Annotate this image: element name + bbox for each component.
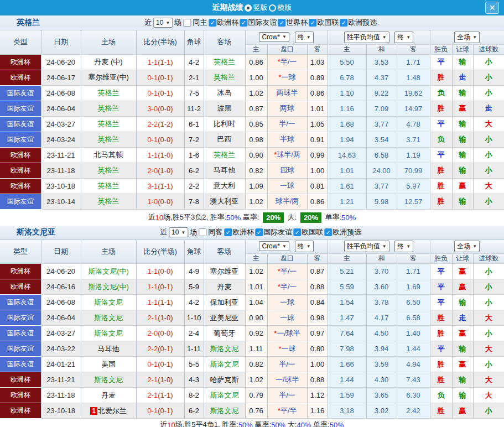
radio-selected-icon[interactable] <box>245 4 252 12</box>
summary-text: 近 <box>148 212 155 222</box>
match-row: 国际友谊23-10-14英格兰1-0(0-0)7-8澳大利亚1.02球半/两0.… <box>0 194 504 209</box>
match-row: 国际友谊24-06-08斯洛文尼1-1(1-1)4-2保加利亚1.04一球0.8… <box>0 295 504 310</box>
match-type-badge: 欧洲杯 <box>0 388 41 403</box>
checkbox-checked-icon[interactable]: ✓ <box>224 228 232 236</box>
home-odds-cell: 0.82 <box>245 357 267 372</box>
date-cell: 24-03-27 <box>41 326 81 341</box>
odds-provider-select[interactable]: Crow*▼ <box>259 32 289 42</box>
odds-time-select[interactable]: 终▼ <box>295 241 314 252</box>
goals-result-cell: 小 <box>473 132 504 147</box>
checkbox-checked-icon[interactable]: ✓ <box>309 19 316 27</box>
league-filter[interactable]: ✓欧洲预选 <box>340 18 377 28</box>
league-filter[interactable]: ✓欧洲预选 <box>324 227 361 237</box>
handicap-result-cell: 走 <box>452 70 473 85</box>
score-cell: 0-1(0-1) <box>136 85 184 101</box>
handicap-cell: *半/一 <box>267 54 307 70</box>
match-type-badge: 国际友谊 <box>0 194 41 209</box>
league-filter[interactable]: ✓欧国联 <box>293 227 323 237</box>
league-filter[interactable]: ✓世界杯 <box>278 18 308 28</box>
avg-type-select[interactable]: 胜平负均值▼ <box>344 241 389 252</box>
chevron-down-icon: ▼ <box>472 35 477 40</box>
home-team-name: 马耳他 <box>98 345 119 353</box>
fulltime-score: 1-1 <box>147 267 158 275</box>
avg-home-cell: 1.94 <box>328 132 366 147</box>
away-team-cell: 英格兰 <box>204 70 245 85</box>
checkbox-checked-icon[interactable]: ✓ <box>293 228 301 236</box>
league-label: 欧洲预选 <box>348 18 377 28</box>
handicap-result-cell: 输 <box>452 388 473 403</box>
chevron-down-icon: ▼ <box>282 244 287 249</box>
score-cell: 2-0(1-0) <box>136 163 184 178</box>
col-home-header: 主场 <box>81 240 136 264</box>
avg-time-select[interactable]: 终▼ <box>394 241 413 252</box>
result-cell: 负 <box>430 132 452 147</box>
away-team-cell: 巴西 <box>204 132 245 147</box>
radio-unselected-icon[interactable] <box>269 4 276 12</box>
fulltime-select[interactable]: 全场▼ <box>454 241 480 252</box>
avg-draw-cell: 3.94 <box>366 341 397 357</box>
close-button[interactable]: ✕ <box>485 2 499 14</box>
sub-home-odds-header: 主 <box>245 44 267 54</box>
avg-home-cell: 1.66 <box>328 357 366 372</box>
league-filter[interactable]: ✓国际友谊 <box>255 227 292 237</box>
avg-draw-cell: 4.30 <box>366 372 397 388</box>
away-odds-cell: 0.87 <box>307 264 328 279</box>
league-filter[interactable]: ✓欧洲杯 <box>209 18 238 28</box>
league-label: 欧国联 <box>317 18 339 28</box>
league-filter[interactable]: ✓欧国联 <box>309 18 339 28</box>
home-team-name: 英格兰 <box>98 166 119 174</box>
handicap-value: 一球 <box>280 298 294 306</box>
checkbox-checked-icon[interactable]: ✓ <box>240 19 247 27</box>
avg-draw-cell: 7.09 <box>366 101 397 116</box>
corner-cell: 6-2 <box>184 163 204 178</box>
match-count-select[interactable]: 10▼ <box>153 18 173 28</box>
match-type-badge: 国际友谊 <box>0 132 41 147</box>
home-team-name: 斯洛文尼 <box>94 329 123 337</box>
checkbox-checked-icon[interactable]: ✓ <box>340 19 347 27</box>
goals-result-cell: 小 <box>473 194 504 209</box>
match-count-select[interactable]: 10▼ <box>169 227 188 237</box>
same-venue-label[interactable]: 同客 <box>208 227 222 237</box>
handicap-result-cell: 赢 <box>452 264 473 279</box>
summary-text: 10 <box>167 421 175 427</box>
halftime-score: (1-1) <box>158 182 173 190</box>
league-filter[interactable]: ✓欧洲杯 <box>224 227 254 237</box>
same-venue-checkbox[interactable] <box>199 228 206 236</box>
handicap-result-cell: 输 <box>452 132 473 147</box>
rate-badge: 20% <box>300 212 321 223</box>
col-handicap-result-header: 让球 <box>452 254 473 264</box>
away-team-name: 冰岛 <box>217 88 232 97</box>
odds-provider-select[interactable]: Crow*▼ <box>259 241 289 251</box>
avg-draw-cell: 3.53 <box>366 54 397 70</box>
odds-time-select[interactable]: 终▼ <box>295 32 314 43</box>
checkbox-checked-icon[interactable]: ✓ <box>255 228 263 236</box>
radio-vertical-label[interactable]: 竖版 <box>253 3 268 13</box>
same-venue-checkbox[interactable] <box>183 19 191 27</box>
goals-result-cell: 小 <box>473 85 504 101</box>
away-team-name: 斯洛文尼 <box>210 360 239 368</box>
summary-text: 大: <box>285 420 297 427</box>
avg-home-cell: 1.10 <box>328 85 366 101</box>
avg-draw-cell: 3.70 <box>366 264 397 279</box>
checkbox-checked-icon[interactable]: ✓ <box>324 228 332 236</box>
home-team-cell: 1北爱尔兰 <box>81 403 136 419</box>
near-label: 近 <box>160 227 167 237</box>
away-team-cell: 英格兰 <box>204 54 245 70</box>
avg-draw-cell: 3.78 <box>366 295 397 310</box>
home-team-cell: 斯洛文尼(中) <box>81 264 136 279</box>
league-filter[interactable]: ✓国际友谊 <box>240 18 277 28</box>
away-team-cell: 亚美尼亚 <box>204 310 245 326</box>
fulltime-score: 0-1 <box>147 89 158 97</box>
score-cell: 2-1(1-0) <box>136 310 184 326</box>
checkbox-checked-icon[interactable]: ✓ <box>278 19 285 27</box>
chevron-down-icon: ▼ <box>306 35 311 40</box>
avg-type-select[interactable]: 胜平负均值▼ <box>344 32 389 43</box>
avg-time-select[interactable]: 终▼ <box>394 32 413 43</box>
handicap-result-cell: 赢 <box>452 326 473 341</box>
same-venue-label[interactable]: 同主 <box>193 18 207 28</box>
away-team-cell: 哈萨克斯 <box>204 372 245 388</box>
fulltime-select[interactable]: 全场▼ <box>454 32 480 43</box>
radio-horizontal-label[interactable]: 横版 <box>278 3 292 13</box>
checkbox-checked-icon[interactable]: ✓ <box>209 19 216 27</box>
handicap-cell: 一球 <box>267 295 307 310</box>
